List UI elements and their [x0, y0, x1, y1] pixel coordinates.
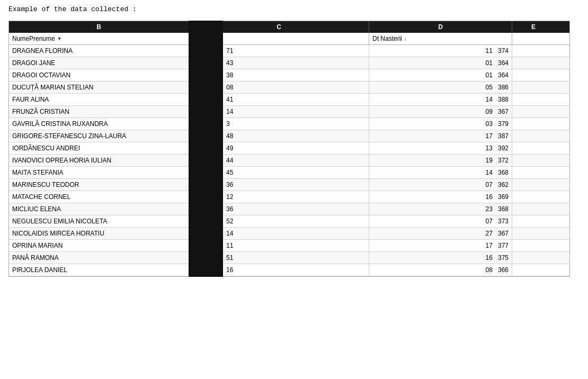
dt-day: 14: [486, 169, 493, 176]
cell-name: OPRINA MARIAN: [9, 240, 189, 251]
column-header-row: B C D E: [9, 21, 569, 33]
col-e-header: E: [512, 21, 555, 33]
cnp-rest-digits: 16: [226, 266, 233, 274]
cell-dt: 01 364: [369, 57, 512, 69]
cnp-first-digit: 2: [192, 47, 200, 55]
dt-day: 01: [486, 71, 493, 79]
table-row: PIRJOLEA DANIEL11608 366: [9, 264, 569, 276]
field-cnp-header[interactable]: CNP ▼: [189, 33, 369, 44]
cnp-rest-digits: 43: [226, 59, 233, 67]
dt-day: 17: [486, 132, 493, 140]
table-row: DUCUȚĂ MARIAN STELIAN10805 386: [9, 82, 569, 94]
cell-e: [512, 191, 555, 203]
cell-name: FRUNZĂ CRISTIAN: [9, 106, 189, 118]
cell-e: [512, 57, 555, 69]
cell-cnp: 149: [189, 142, 369, 154]
cell-cnp: 144: [189, 155, 369, 166]
cnp-rest-digits: 41: [226, 96, 233, 103]
dt-day: 23: [486, 205, 493, 213]
cnp-rest-digits: 12: [226, 193, 233, 201]
table-row: MICLIUC ELENA23623 368: [9, 203, 569, 215]
field-dt-header[interactable]: Dt Nasterii ↓: [369, 33, 512, 44]
col-b-header: B: [9, 21, 189, 33]
cell-e: [512, 264, 555, 276]
cnp-first-digit: 2: [192, 120, 200, 128]
table-row: OPRINA MARIAN11117 377: [9, 240, 569, 252]
cell-dt: 01 364: [369, 69, 512, 81]
cell-dt: 16 375: [369, 252, 512, 264]
table-row: IVANOVICI OPREA HORIA IULIAN14419 372: [9, 155, 569, 167]
cell-cnp: 245: [189, 167, 369, 178]
cell-e: [512, 94, 555, 105]
table-row: MARINESCU TEODOR13607 362: [9, 179, 569, 191]
cell-cnp: 116: [189, 264, 369, 276]
dt-day: 09: [486, 108, 493, 115]
dt-year: 379: [498, 120, 509, 128]
cell-dt: 13 392: [369, 142, 512, 154]
cell-e: [512, 215, 555, 227]
table-row: FAUR ALINA24114 388: [9, 94, 569, 106]
dt-year: 386: [498, 84, 509, 91]
cell-dt: 17 377: [369, 240, 512, 251]
cell-name: GAVRILĂ CRISTINA RUXANDRA: [9, 118, 189, 130]
filter-arrow-cnp[interactable]: ▼: [208, 36, 212, 41]
cell-dt: 17 387: [369, 130, 512, 142]
cell-e: [512, 228, 555, 239]
dt-year: 375: [498, 254, 509, 261]
dt-day: 13: [486, 145, 493, 152]
cell-e: [512, 82, 555, 93]
cnp-first-digit: 2: [192, 96, 200, 103]
dt-year: 364: [498, 71, 509, 79]
cnp-first-digit: 2: [192, 205, 200, 213]
cell-cnp: 138: [189, 69, 369, 81]
cell-dt: 09 367: [369, 106, 512, 118]
cnp-first-digit: 1: [192, 242, 200, 249]
cell-cnp: 251: [189, 252, 369, 264]
dt-day: 08: [486, 266, 493, 274]
field-name-header[interactable]: NumePrenume ▼: [9, 33, 189, 44]
cell-cnp: 114: [189, 228, 369, 239]
table-row: DRAGOI OCTAVIAN13801 364: [9, 69, 569, 82]
dt-day: 27: [486, 230, 493, 237]
cnp-first-digit: 1: [192, 266, 200, 274]
table-row: NICOLAIDIS MIRCEA HORATIU11427 367: [9, 228, 569, 240]
dt-year: 366: [498, 266, 509, 274]
cell-dt: 27 367: [369, 228, 512, 239]
cell-dt: 14 388: [369, 94, 512, 105]
filter-arrow-dt[interactable]: ↓: [404, 36, 407, 41]
cell-cnp: 241: [189, 94, 369, 105]
cell-name: FAUR ALINA: [9, 94, 189, 105]
cnp-first-digit: 2: [192, 169, 200, 176]
cell-cnp: 252: [189, 215, 369, 227]
field-header-row: NumePrenume ▼ CNP ▼ Dt Nasterii ↓: [9, 33, 569, 45]
cell-cnp: 23: [189, 118, 369, 130]
cell-name: DUCUȚĂ MARIAN STELIAN: [9, 82, 189, 93]
page-title: Example of the data collected :: [8, 5, 580, 13]
dt-year: 362: [498, 181, 509, 188]
cnp-first-digit: 1: [192, 193, 200, 201]
cnp-first-digit: 1: [192, 157, 200, 164]
cell-e: [512, 179, 555, 191]
cell-name: PANĂ RAMONA: [9, 252, 189, 264]
cell-name: IVANOVICI OPREA HORIA IULIAN: [9, 155, 189, 166]
cnp-first-digit: 2: [192, 254, 200, 261]
cell-name: NEGULESCU EMILIA NICOLETA: [9, 215, 189, 227]
cnp-first-digit: 2: [192, 132, 200, 140]
cell-name: PIRJOLEA DANIEL: [9, 264, 189, 276]
filter-arrow-name[interactable]: ▼: [57, 36, 62, 41]
dt-year: 373: [498, 218, 509, 225]
dt-year: 388: [498, 96, 509, 103]
cell-dt: 16 369: [369, 191, 512, 203]
cnp-rest-digits: 08: [226, 84, 233, 91]
cell-cnp: 143: [189, 57, 369, 69]
dt-day: 16: [486, 193, 493, 201]
cell-dt: 07 362: [369, 179, 512, 191]
cell-e: [512, 167, 555, 178]
cnp-first-digit: 1: [192, 145, 200, 152]
dt-day: 17: [486, 242, 493, 249]
cell-e: [512, 45, 555, 57]
table-row: GRIGORE-STEFANESCU ZINA-LAURA24817 387: [9, 130, 569, 142]
cnp-first-digit: 1: [192, 84, 200, 91]
table-row: FRUNZĂ CRISTIAN11409 367: [9, 106, 569, 118]
field-dt-label: Dt Nasterii: [372, 35, 402, 42]
